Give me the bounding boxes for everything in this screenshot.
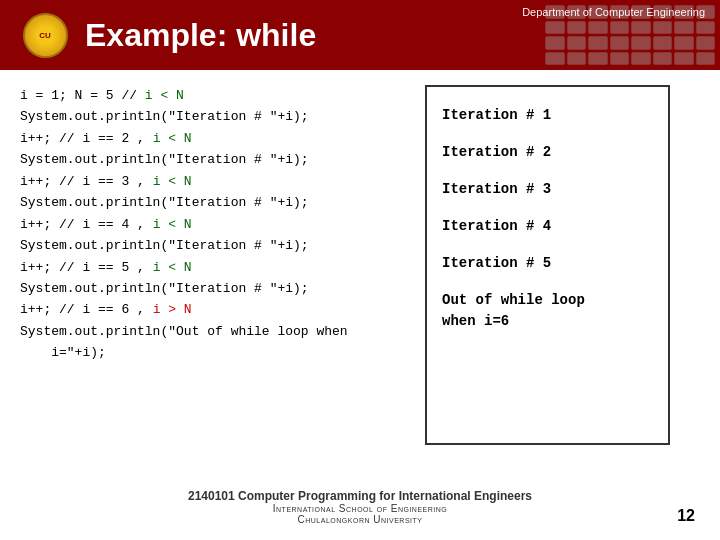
output-iteration-1: Iteration # 1 — [442, 97, 653, 134]
code-line-5: i++; // i == 3 , i < N — [20, 171, 410, 192]
output-iteration-3: Iteration # 3 — [442, 171, 653, 208]
code-line-13: i="+i); — [20, 342, 410, 363]
logo: CU — [23, 13, 68, 58]
output-iteration-2: Iteration # 2 — [442, 134, 653, 171]
code-line-11: i++; // i == 6 , i > N — [20, 299, 410, 320]
code-line-1: i = 1; N = 5 // i < N — [20, 85, 410, 106]
output-last-line2: when i=6 — [442, 313, 509, 329]
footer: 2140101 Computer Programming for Interna… — [0, 479, 720, 530]
code-line-3: i++; // i == 2 , i < N — [20, 128, 410, 149]
header: CU Department of Computer Engineering Ex… — [0, 0, 720, 70]
output-last: Out of while loop when i=6 — [442, 282, 653, 340]
page-number: 12 — [677, 507, 695, 525]
output-panel: Iteration # 1 Iteration # 2 Iteration # … — [425, 85, 670, 445]
code-line-7: i++; // i == 4 , i < N — [20, 214, 410, 235]
code-line-2: System.out.println("Iteration # "+i); — [20, 106, 410, 127]
code-line-8: System.out.println("Iteration # "+i); — [20, 235, 410, 256]
code-line-6: System.out.println("Iteration # "+i); — [20, 192, 410, 213]
code-line-9: i++; // i == 5 , i < N — [20, 257, 410, 278]
dept-label: Department of Computer Engineering — [522, 6, 705, 18]
slide-title: Example: while — [85, 17, 316, 54]
code-panel: i = 1; N = 5 // i < N System.out.println… — [20, 85, 410, 445]
footer-university: Chulalongkorn University — [0, 514, 720, 525]
logo-container: CU — [20, 10, 70, 60]
output-iteration-4: Iteration # 4 — [442, 208, 653, 245]
footer-school: International School of Engineering — [0, 503, 720, 514]
output-iteration-5: Iteration # 5 — [442, 245, 653, 282]
footer-course: 2140101 Computer Programming for Interna… — [0, 489, 720, 503]
output-last-line1: Out of while loop — [442, 292, 585, 308]
code-line-12: System.out.println("Out of while loop wh… — [20, 321, 410, 342]
code-line-10: System.out.println("Iteration # "+i); — [20, 278, 410, 299]
code-line-4: System.out.println("Iteration # "+i); — [20, 149, 410, 170]
main-content: i = 1; N = 5 // i < N System.out.println… — [0, 70, 720, 460]
